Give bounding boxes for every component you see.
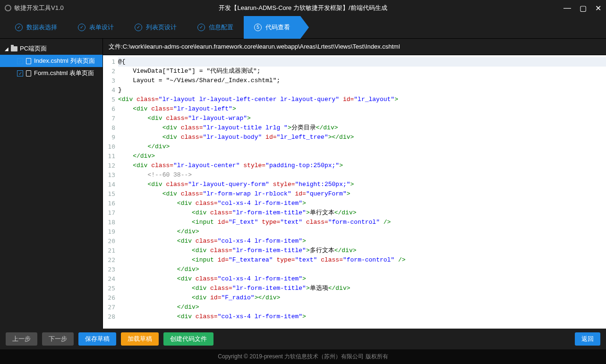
code-line[interactable]: }	[118, 85, 606, 95]
step-label: 表单设计	[89, 23, 114, 32]
main-area: ◢ PC端页面 ✓Index.cshtml 列表页面✓Form.cshtml 表…	[0, 39, 606, 329]
tree-root-label: PC端页面	[20, 44, 47, 53]
code-line[interactable]: ViewData["Title"] = "代码生成器测试";	[118, 67, 606, 76]
code-line[interactable]: </div>	[118, 152, 606, 161]
next-button[interactable]: 下一步	[42, 332, 74, 346]
code-line[interactable]: <input id="F_textarea" type="text" class…	[118, 255, 606, 265]
create-file-button[interactable]: 创建代码文件	[163, 332, 213, 346]
code-line[interactable]: <div class="lr-layout-body" id="lr_left_…	[118, 133, 606, 142]
code-line[interactable]: <div id="F_radio"></div>	[118, 293, 606, 303]
step-label: 数据表选择	[26, 23, 57, 32]
step-label: 信息配置	[209, 23, 233, 32]
step-3[interactable]: ✓列表页设计	[124, 16, 187, 39]
code-line[interactable]: <div class="col-xs-4 lr-form-item">	[118, 199, 606, 208]
minimize-icon[interactable]: —	[563, 4, 571, 13]
code-line[interactable]: <div class="lr-form-item-title">多行文本</di…	[118, 246, 606, 255]
code-line[interactable]: </div>	[118, 227, 606, 237]
code-body[interactable]: @{ ViewData["Title"] = "代码生成器测试"; Layout…	[118, 55, 606, 329]
maximize-icon[interactable]: ▢	[580, 4, 587, 13]
code-editor[interactable]: 1234567891011121314151617181920212223242…	[103, 55, 606, 329]
code-line[interactable]: <div class="col-xs-4 lr-form-item">	[118, 312, 606, 322]
load-draft-button[interactable]: 加载草稿	[121, 332, 159, 346]
sidebar: ◢ PC端页面 ✓Index.cshtml 列表页面✓Form.cshtml 表…	[0, 39, 103, 329]
save-draft-button[interactable]: 保存草稿	[78, 332, 116, 346]
tree-item[interactable]: ✓Form.cshtml 表单页面	[0, 67, 102, 79]
step-num-icon: ✓	[135, 24, 142, 31]
folder-icon	[11, 46, 17, 51]
step-1[interactable]: ✓数据表选择	[5, 16, 68, 39]
code-line[interactable]: <div class="lr-form-wrap lr-rblock" id="…	[118, 189, 606, 199]
checkbox-icon[interactable]: ✓	[17, 70, 23, 76]
tree-item-label: Index.cshtml 列表页面	[34, 57, 95, 65]
copyright: Copyright © 2019-present 力软信息技术（苏州）有限公司 …	[0, 349, 606, 364]
code-line[interactable]: <div class="lr-layout lr-layout-left-cen…	[118, 95, 606, 104]
app-name-text: 敏捷开发工具V1.0	[14, 4, 64, 12]
titlebar: 敏捷开发工具V1.0 开发【Learun-ADMS-Core 力软敏捷开发框架】…	[0, 0, 606, 16]
step-num-icon: ✓	[15, 24, 23, 31]
step-num-icon: ✓	[197, 24, 205, 31]
line-gutter: 1234567891011121314151617181920212223242…	[103, 55, 118, 329]
code-line[interactable]: @{	[118, 57, 606, 67]
file-path-bar: 文件:C:\work\learun-adms-core\learun.frame…	[103, 39, 606, 55]
code-line[interactable]: <div class="col-xs-4 lr-form-item">	[118, 237, 606, 246]
app-title: 敏捷开发工具V1.0	[5, 4, 64, 12]
code-line[interactable]: <div class="lr-layout-wrap">	[118, 114, 606, 123]
code-line[interactable]: <div class="lr-form-item-title">单行文本</di…	[118, 208, 606, 218]
tree-root[interactable]: ◢ PC端页面	[0, 42, 102, 55]
tree-item[interactable]: ✓Index.cshtml 列表页面	[0, 55, 102, 67]
step-4[interactable]: ✓信息配置	[187, 16, 244, 39]
step-num-icon: 5	[254, 24, 262, 31]
tree-item-label: Form.cshtml 表单页面	[34, 69, 94, 77]
step-5[interactable]: 5代码查看	[244, 16, 300, 39]
file-icon	[26, 70, 31, 76]
checkbox-icon[interactable]: ✓	[17, 58, 23, 64]
code-line[interactable]: <div class="lr-layout-query-form" style=…	[118, 180, 606, 189]
close-icon[interactable]: ✕	[595, 4, 601, 13]
step-2[interactable]: ✓表单设计	[68, 16, 124, 39]
code-line[interactable]: <!--60 38-->	[118, 170, 606, 180]
prev-button[interactable]: 上一步	[6, 332, 37, 346]
code-line[interactable]: <div class="lr-layout-left">	[118, 104, 606, 114]
code-line[interactable]: </div>	[118, 303, 606, 312]
footer-bar: 上一步 下一步 保存草稿 加载草稿 创建代码文件 返回	[0, 329, 606, 349]
code-line[interactable]: <input id="F_text" type="text" class="fo…	[118, 218, 606, 227]
code-line[interactable]: </div>	[118, 142, 606, 152]
code-line[interactable]: <div class="col-xs-4 lr-form-item">	[118, 274, 606, 284]
code-line[interactable]: </div>	[118, 265, 606, 274]
step-num-icon: ✓	[78, 24, 85, 31]
caret-down-icon: ◢	[5, 46, 9, 51]
file-icon	[26, 58, 31, 64]
window-title: 开发【Learun-ADMS-Core 力软敏捷开发框架】/前端代码生成	[219, 4, 387, 12]
content-area: 文件:C:\work\learun-adms-core\learun.frame…	[103, 39, 606, 329]
gear-icon	[5, 5, 11, 11]
code-line[interactable]: Layout = "~/Views/Shared/_Index.cshtml";	[118, 76, 606, 85]
code-line[interactable]: <div class="lr-form-item-title">单选项</div…	[118, 284, 606, 293]
window-controls: — ▢ ✕	[563, 4, 601, 13]
code-line[interactable]: <div class="lr-layout-title lrlg ">分类目录<…	[118, 123, 606, 133]
step-bar: ✓数据表选择✓表单设计✓列表页设计✓信息配置5代码查看	[0, 16, 606, 39]
back-button[interactable]: 返回	[575, 332, 600, 346]
step-label: 代码查看	[265, 23, 290, 32]
step-label: 列表页设计	[146, 23, 177, 32]
code-line[interactable]: <div class="lr-layout-center" style="pad…	[118, 161, 606, 170]
